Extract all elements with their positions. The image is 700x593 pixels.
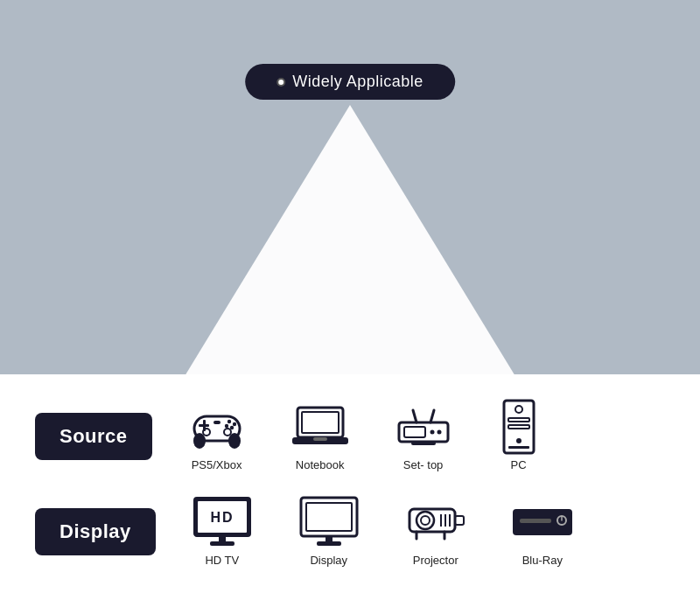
svg-rect-14: [302, 412, 339, 433]
bluray-label: Blu-Ray: [522, 554, 563, 567]
display-monitor-label: Display: [310, 554, 347, 567]
display-monitor-item: Display: [298, 496, 360, 567]
hdtv-label: HD TV: [205, 554, 239, 567]
notebook-item: Notebook: [290, 401, 350, 471]
source-icons-group: PS5/Xbox Notebook: [187, 401, 541, 471]
badge-container: Widely Applicable: [245, 64, 455, 100]
svg-rect-38: [317, 541, 341, 546]
pc-item: PC: [497, 401, 541, 471]
svg-point-40: [416, 512, 434, 529]
display-icons-group: HD HD TV: [191, 496, 574, 567]
hdtv-icon: HD: [191, 496, 254, 548]
source-label: Source: [35, 413, 152, 460]
projector-label: Projector: [413, 554, 458, 567]
svg-rect-36: [306, 503, 352, 531]
notebook-icon: [290, 401, 350, 453]
settop-item: Set- top: [394, 401, 453, 471]
svg-line-18: [430, 410, 434, 422]
projector-icon: [404, 496, 467, 548]
svg-rect-16: [313, 437, 327, 441]
svg-point-7: [232, 422, 235, 425]
ps5xbox-icon: [187, 401, 247, 453]
widely-applicable-badge: Widely Applicable: [245, 64, 455, 100]
svg-point-25: [515, 406, 522, 413]
badge-label: Widely Applicable: [292, 73, 424, 91]
svg-point-22: [437, 429, 441, 434]
settop-icon: [394, 401, 453, 453]
svg-rect-20: [404, 427, 425, 437]
svg-point-12: [224, 429, 231, 436]
pc-icon: [497, 401, 541, 453]
hdtv-item: HD HD TV: [191, 496, 254, 567]
svg-point-41: [421, 516, 430, 525]
bluray-item: Blu-Ray: [511, 496, 574, 567]
svg-rect-23: [411, 442, 436, 445]
ps5xbox-item: PS5/Xbox: [187, 401, 247, 471]
notebook-label: Notebook: [296, 458, 345, 471]
svg-point-9: [224, 423, 228, 427]
svg-point-21: [430, 429, 434, 434]
svg-point-11: [203, 429, 210, 436]
projector-item: Projector: [404, 496, 467, 567]
svg-rect-29: [508, 446, 529, 449]
source-row: Source: [35, 401, 665, 471]
svg-rect-49: [520, 519, 551, 523]
bottom-section: Source: [0, 374, 700, 593]
pc-label: PC: [511, 458, 527, 471]
ps5xbox-label: PS5/Xbox: [192, 458, 242, 471]
svg-rect-34: [210, 541, 234, 546]
svg-rect-37: [326, 536, 332, 541]
settop-label: Set- top: [403, 458, 444, 471]
svg-rect-26: [508, 418, 529, 422]
svg-rect-33: [219, 536, 226, 541]
badge-dot: [276, 78, 285, 87]
display-label: Display: [35, 508, 156, 555]
bluray-icon: [511, 496, 574, 548]
svg-point-6: [227, 419, 230, 422]
display-monitor-icon: [298, 496, 360, 548]
svg-point-28: [516, 438, 522, 443]
display-row: Display HD: [35, 496, 665, 567]
svg-rect-10: [214, 421, 220, 424]
svg-text:HD: HD: [210, 510, 234, 525]
svg-line-17: [413, 410, 416, 422]
svg-rect-27: [508, 425, 529, 429]
